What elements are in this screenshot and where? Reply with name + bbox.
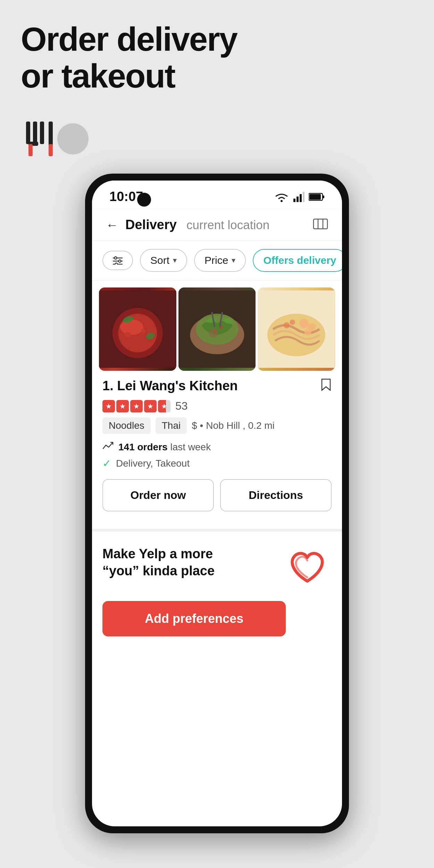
battery-icon — [309, 193, 325, 201]
yelp-heart-logo — [283, 545, 332, 591]
logo-icon — [21, 118, 62, 160]
orders-row: 141 orders last week — [102, 441, 332, 453]
orders-text: 141 orders last week — [118, 442, 211, 453]
delivery-row: ✓ Delivery, Takeout — [102, 457, 332, 469]
svg-point-21 — [119, 260, 121, 262]
restaurant-card: 1. Lei Wang's Kitchen ★ ★ ★ ★ ★ — [92, 281, 342, 522]
tag-thai: Thai — [156, 417, 187, 434]
logo-circle — [57, 123, 89, 155]
svg-point-40 — [300, 319, 309, 328]
star-2: ★ — [116, 400, 129, 412]
filter-settings-button[interactable] — [102, 251, 133, 270]
add-preferences-button[interactable]: Add preferences — [102, 601, 286, 636]
salad-image — [178, 287, 256, 371]
nav-bar: ← Delivery current location — [92, 209, 342, 241]
svg-point-28 — [125, 332, 131, 338]
curry-image — [99, 287, 176, 371]
tag-noodles: Noodles — [102, 417, 151, 434]
noodles-image — [258, 287, 335, 371]
svg-point-43 — [284, 322, 290, 328]
hero-section: Order delivery or takeout — [21, 21, 413, 94]
food-image-1 — [99, 287, 176, 371]
svg-rect-0 — [26, 122, 30, 144]
order-now-button[interactable]: Order now — [102, 479, 214, 511]
hero-title: Order delivery or takeout — [21, 21, 413, 94]
food-images — [92, 281, 342, 371]
svg-point-37 — [209, 328, 218, 338]
price-chevron: ▾ — [232, 256, 235, 265]
svg-point-44 — [290, 319, 295, 325]
app-logo — [21, 118, 89, 160]
price-button[interactable]: Price ▾ — [194, 249, 246, 272]
nav-location: current location — [186, 218, 269, 232]
nav-title: Delivery — [125, 217, 177, 232]
svg-rect-9 — [297, 197, 299, 202]
section-divider — [92, 529, 342, 532]
svg-rect-10 — [300, 194, 302, 202]
offers-delivery-button[interactable]: Offers delivery — [253, 249, 342, 272]
svg-rect-11 — [303, 192, 304, 202]
star-rating: ★ ★ ★ ★ ★ — [102, 400, 170, 412]
svg-rect-8 — [293, 199, 295, 202]
svg-rect-15 — [314, 219, 327, 229]
svg-rect-4 — [28, 144, 33, 156]
prefs-title: Make Yelp a more “you” kinda place — [102, 545, 215, 580]
restaurant-name: 1. Lei Wang's Kitchen — [102, 378, 238, 393]
phone-frame: 10:07 — [85, 174, 349, 833]
rating-row: ★ ★ ★ ★ ★ 53 — [102, 400, 332, 412]
svg-rect-13 — [323, 195, 324, 198]
review-count: 53 — [175, 400, 188, 412]
svg-point-42 — [304, 329, 311, 336]
svg-rect-6 — [49, 144, 53, 156]
camera-dot — [137, 193, 151, 207]
svg-point-29 — [141, 329, 145, 333]
delivery-text: Delivery, Takeout — [116, 458, 190, 469]
star-1: ★ — [102, 400, 115, 412]
svg-point-19 — [115, 257, 117, 259]
trending-icon — [102, 441, 114, 453]
restaurant-meta: $ • Nob Hill , 0.2 mi — [192, 420, 275, 431]
check-icon: ✓ — [102, 457, 111, 469]
food-image-2 — [178, 287, 256, 371]
prefs-header: Make Yelp a more “you” kinda place — [102, 545, 332, 591]
sliders-icon — [113, 256, 123, 265]
action-buttons: Order now Directions — [92, 479, 342, 511]
phone-screen: 10:07 — [92, 181, 342, 826]
status-bar: 10:07 — [92, 181, 342, 209]
wifi-icon — [274, 191, 289, 202]
star-4: ★ — [144, 400, 157, 412]
back-button[interactable]: ← — [106, 218, 118, 232]
sort-chevron: ▾ — [173, 256, 177, 265]
card-body: 1. Lei Wang's Kitchen ★ ★ ★ ★ ★ — [92, 371, 342, 469]
preferences-section: Make Yelp a more “you” kinda place Add p… — [92, 532, 342, 647]
sort-button[interactable]: Sort ▾ — [140, 249, 187, 272]
restaurant-header: 1. Lei Wang's Kitchen — [102, 378, 332, 394]
bookmark-button[interactable] — [320, 378, 332, 394]
map-icon[interactable] — [313, 216, 328, 233]
food-image-3 — [258, 287, 335, 371]
signal-icon — [293, 192, 304, 202]
tags-row: Noodles Thai $ • Nob Hill , 0.2 mi — [102, 417, 332, 434]
svg-point-23 — [115, 263, 118, 265]
directions-button[interactable]: Directions — [220, 479, 332, 511]
svg-rect-14 — [309, 194, 321, 200]
svg-rect-2 — [40, 122, 44, 144]
svg-point-7 — [281, 200, 283, 202]
svg-rect-1 — [33, 122, 37, 144]
filter-bar: Sort ▾ Price ▾ Offers delivery — [92, 241, 342, 281]
status-icons — [274, 191, 325, 202]
star-3: ★ — [130, 400, 143, 412]
star-5-half: ★ — [158, 400, 170, 412]
